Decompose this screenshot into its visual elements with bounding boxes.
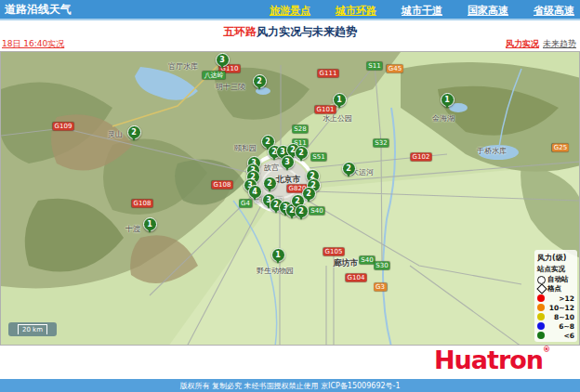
subheader: 五环路风力实况与未来趋势 18日 16:40实况 风力实况未来趋势 — [0, 22, 580, 51]
pin-wind-value: 2 — [257, 76, 262, 86]
wind-station-pin[interactable]: 1 — [333, 93, 347, 107]
road-badge: S40 — [359, 256, 375, 265]
pin-wind-value: 3 — [284, 157, 290, 167]
nav-item-1[interactable]: 旅游景点 — [270, 4, 310, 18]
legend-color-dot — [537, 313, 545, 320]
nav-item-3[interactable]: 城市干道 — [402, 4, 442, 18]
pin-wind-value: 2 — [306, 189, 311, 199]
map-scale-bar: 20 km — [8, 322, 57, 336]
huatron-logo: Huatron® — [434, 346, 550, 374]
road-badge: G25 — [552, 144, 569, 152]
road-badge: S30 — [374, 262, 389, 270]
app-title: 道路沿线天气 — [5, 2, 72, 18]
legend-level-label: 10~12 — [547, 304, 574, 312]
legend-level-row: 8~10 — [537, 312, 574, 321]
road-badge: G108 — [212, 181, 233, 189]
legend-level-row: 10~12 — [537, 303, 574, 312]
map-place-label: 水上公园 — [323, 113, 352, 124]
pin-wind-value: 2 — [265, 137, 270, 147]
map-place-label: 官厅水库 — [168, 61, 198, 72]
wind-station-pin[interactable]: 1 — [271, 248, 285, 262]
map-place-label: 北京市 — [276, 174, 301, 186]
wind-station-pin[interactable]: 1 — [441, 93, 455, 107]
wind-station-pin[interactable]: 3 — [216, 53, 230, 67]
legend-title: 风力(级) — [537, 253, 574, 263]
map-place-label: 明十三陵 — [216, 82, 245, 92]
map-place-label: 灵山 — [108, 129, 123, 139]
nav-item-2[interactable]: 城市环路 — [336, 4, 376, 18]
footer-bar: 版权所有 复制必究 未经书面授权禁止使用 京ICP备15009692号-1 — [0, 379, 580, 392]
logo-row: Huatron® — [0, 346, 580, 379]
road-badge: S28 — [292, 125, 308, 134]
page-title-rest: 风力实况与未来趋势 — [257, 25, 357, 38]
pin-wind-value: 1 — [147, 219, 152, 229]
legend-level-label: 8~10 — [547, 313, 574, 321]
main-nav: 旅游景点城市环路城市干道国家高速省级高速 — [270, 0, 574, 20]
wind-station-pin[interactable]: 2 — [342, 162, 356, 176]
future-trend-link[interactable]: 未来趋势 — [543, 39, 576, 48]
road-badge: S51 — [310, 153, 326, 162]
realtime-wind-link[interactable]: 风力实况 — [506, 39, 539, 48]
wind-station-pin[interactable]: 2 — [253, 74, 267, 88]
wind-legend: 风力(级) 站点实况 自动站格点 >1210~128~106~8<6 — [534, 250, 577, 342]
logo-text: Huatron — [434, 346, 543, 374]
map-place-label: 廊坊市 — [334, 257, 359, 269]
registered-mark: ® — [543, 346, 550, 354]
pin-wind-value: 1 — [275, 250, 281, 260]
legend-level-row: 6~8 — [537, 321, 574, 331]
nav-item-4[interactable]: 国家高速 — [468, 4, 508, 18]
nav-item-5[interactable]: 省级高速 — [534, 4, 574, 18]
legend-level-row: >12 — [537, 294, 574, 303]
observation-time-label: 18日 16:40实况 — [2, 38, 64, 50]
map-place-label: 颐和园 — [234, 143, 257, 153]
road-badge: 八达岭 — [203, 72, 226, 80]
legend-level-row: <6 — [537, 331, 574, 340]
pin-wind-value: 2 — [298, 148, 304, 158]
wind-station-pin[interactable]: 2 — [295, 204, 309, 218]
legend-color-dot — [537, 294, 545, 302]
legend-color-dot — [537, 304, 545, 311]
map-place-label: 故宫 — [264, 163, 279, 173]
road-badge: G3 — [374, 283, 387, 292]
scale-label: 20 km — [18, 324, 47, 334]
copyright-text: 版权所有 复制必究 未经书面授权禁止使用 京ICP备15009692号-1 — [179, 381, 400, 391]
top-header-bar: 道路沿线天气 旅游景点城市环路城市干道国家高速省级高速 — [0, 0, 580, 20]
pin-wind-value: 3 — [219, 55, 225, 65]
road-badge: S40 — [309, 207, 324, 216]
pin-wind-value: 2 — [267, 178, 272, 189]
legend-station-type: 格点 — [537, 284, 574, 294]
road-badge: G105 — [323, 248, 345, 256]
legend-station-label: 格点 — [547, 284, 574, 294]
legend-level-label: <6 — [547, 332, 574, 340]
road-badge: G111 — [318, 70, 339, 78]
grid-point-diamond-icon — [536, 283, 547, 294]
map-place-label: 于桥水库 — [477, 146, 507, 156]
wind-station-pin[interactable]: 3 — [281, 155, 295, 169]
map-place-label: 十渡 — [125, 224, 140, 234]
pin-wind-value: 2 — [298, 206, 304, 216]
wind-station-pin[interactable]: 2 — [127, 125, 141, 139]
road-badge: G109 — [53, 123, 74, 131]
road-badge: G108 — [132, 200, 153, 208]
road-badge: G45 — [387, 65, 403, 73]
map-place-label: 野生动物园 — [257, 266, 294, 276]
legend-level-label: >12 — [547, 294, 574, 303]
wind-station-pin[interactable]: 2 — [263, 176, 277, 190]
legend-wind-levels: >1210~128~106~8<6 — [537, 294, 574, 340]
page-title-road: 五环路 — [223, 25, 257, 38]
view-links: 风力实况未来趋势 — [506, 38, 576, 50]
wind-station-pin[interactable]: 1 — [143, 217, 157, 231]
pin-wind-value: 1 — [444, 95, 450, 105]
wind-station-pin[interactable]: 4 — [248, 185, 262, 199]
wind-pin-layer: 32211121223223332342222323222 — [1, 52, 580, 346]
pin-wind-value: 2 — [346, 163, 351, 174]
road-badge: S32 — [373, 139, 389, 148]
pin-wind-value: 2 — [131, 127, 137, 137]
road-badge: G4 — [239, 200, 252, 208]
legend-station-label: 自动站 — [547, 275, 574, 284]
wind-station-pin[interactable]: 2 — [295, 146, 309, 160]
road-badge: G102 — [411, 153, 432, 162]
weather-map[interactable]: G110八达岭G111S11G45G109G101S28S11S51S32G10… — [0, 51, 580, 346]
legend-level-label: 6~8 — [547, 322, 574, 331]
pin-wind-value: 1 — [336, 95, 342, 105]
